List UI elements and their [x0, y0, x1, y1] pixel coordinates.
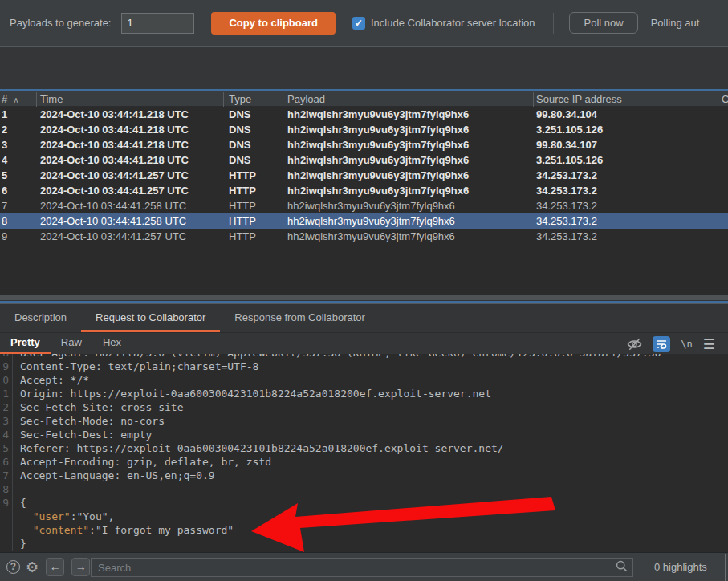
- show-newlines-icon[interactable]: \n: [681, 339, 692, 350]
- table-row[interactable]: 22024-Oct-10 03:44:41.218 UTCDNShh2iwqls…: [0, 122, 728, 137]
- row-source-ip: 34.253.173.2: [536, 168, 597, 183]
- view-tab-hex[interactable]: Hex: [92, 333, 132, 354]
- row-type: DNS: [229, 137, 250, 152]
- line-text: Referer: https://exploit-0aa600300423101…: [13, 441, 504, 455]
- json-key: "content": [33, 524, 89, 536]
- row-type: HTTP: [229, 198, 256, 213]
- line-number: 2: [0, 400, 13, 414]
- horizontal-splitter[interactable]: [0, 295, 728, 305]
- table-row[interactable]: 32024-Oct-10 03:44:41.218 UTCDNShh2iwqls…: [0, 137, 728, 152]
- column-header-payload[interactable]: Payload: [287, 92, 325, 107]
- column-separator[interactable]: [533, 92, 534, 107]
- line-number: 4: [0, 428, 13, 441]
- poll-now-button[interactable]: Poll now: [569, 12, 637, 34]
- column-header-source-ip[interactable]: Source IP address: [536, 92, 622, 107]
- row-time: 2024-Oct-10 03:44:41.257 UTC: [40, 229, 186, 244]
- row-number: 5: [2, 168, 7, 183]
- include-server-location-checkbox[interactable]: ✓: [352, 17, 365, 30]
- settings-gear-icon[interactable]: ⚙: [26, 559, 39, 576]
- column-header-number[interactable]: #∧: [2, 92, 19, 107]
- column-header-time[interactable]: Time: [40, 92, 63, 107]
- line-number: [0, 510, 13, 523]
- row-number: 6: [2, 183, 7, 198]
- search-statusbar: ? ⚙ ← → 0 highlights: [0, 552, 728, 581]
- tab-request-to-collaborator[interactable]: Request to Collaborator: [81, 305, 220, 332]
- table-row[interactable]: 92024-Oct-10 03:44:41.257 UTCHTTPhh2iwql…: [0, 229, 728, 244]
- search-icon[interactable]: [616, 560, 628, 575]
- column-header-comment[interactable]: C: [722, 92, 728, 107]
- row-time: 2024-Oct-10 03:44:41.218 UTC: [40, 152, 189, 168]
- row-payload: hh2iwqlshr3myu9vu6y3jtm7fylq9hx6: [287, 137, 469, 152]
- line-text: Origin: https://exploit-0aa600300423101b…: [13, 387, 491, 400]
- next-match-button[interactable]: →: [71, 558, 90, 576]
- row-type: HTTP: [229, 229, 256, 244]
- row-source-ip: 3.251.105.126: [536, 122, 603, 137]
- help-icon[interactable]: ?: [6, 560, 20, 574]
- column-separator[interactable]: [283, 92, 283, 107]
- line-number: 5: [0, 441, 13, 455]
- row-source-ip: 99.80.34.107: [536, 137, 597, 152]
- table-header: #∧ Time Type Payload Source IP address C: [0, 89, 728, 107]
- row-payload: hh2iwqlshr3myu9vu6y3jtm7fylq9hx6: [287, 183, 469, 198]
- table-row[interactable]: 82024-Oct-10 03:44:41.258 UTCHTTPhh2iwql…: [0, 213, 728, 229]
- line-text: [13, 482, 20, 496]
- column-separator[interactable]: [223, 92, 224, 107]
- editor-menu-icon[interactable]: ☰: [703, 336, 715, 353]
- row-number: 8: [2, 213, 7, 229]
- column-separator[interactable]: [718, 92, 718, 107]
- line-text: "content":"I forgot my password": [13, 523, 234, 537]
- row-payload: hh2iwqlshr3myu9vu6y3jtm7fylq9hx6: [287, 122, 469, 137]
- line-number: 7: [0, 469, 13, 482]
- include-server-location-label: Include Collaborator server location: [371, 17, 535, 29]
- line-number: [0, 523, 13, 537]
- row-time: 2024-Oct-10 03:44:41.257 UTC: [40, 183, 189, 198]
- column-separator[interactable]: [36, 92, 37, 107]
- copy-to-clipboard-button[interactable]: Copy to clipboard: [211, 12, 336, 35]
- line-number: 8: [0, 482, 13, 496]
- editor-line: 4Sec-Fetch-Dest: empty: [0, 428, 728, 441]
- view-tabstrip: PrettyRawHex: [0, 333, 132, 354]
- hide-nonprinting-eye-off-icon[interactable]: [627, 338, 642, 351]
- row-payload: hh2iwqlshr3myu9vu6y3jtm7fylq9hx6: [287, 229, 455, 244]
- editor-line: 9{: [0, 496, 728, 510]
- payloads-count-input[interactable]: [121, 13, 194, 34]
- line-number: 3: [0, 414, 13, 428]
- view-tab-pretty[interactable]: Pretty: [0, 333, 51, 354]
- line-number: 8: [0, 354, 13, 360]
- row-payload: hh2iwqlshr3myu9vu6y3jtm7fylq9hx6: [287, 152, 469, 168]
- editor-line: 6Accept-Encoding: gzip, deflate, br, zst…: [0, 455, 728, 469]
- search-input[interactable]: [92, 562, 616, 574]
- table-row[interactable]: 62024-Oct-10 03:44:41.257 UTCHTTPhh2iwql…: [0, 183, 728, 198]
- table-row[interactable]: 42024-Oct-10 03:44:41.218 UTCDNShh2iwqls…: [0, 152, 728, 168]
- row-time: 2024-Oct-10 03:44:41.218 UTC: [40, 122, 189, 137]
- table-row[interactable]: 52024-Oct-10 03:44:41.257 UTCHTTPhh2iwql…: [0, 168, 728, 183]
- tab-response-from-collaborator[interactable]: Response from Collaborator: [220, 305, 380, 332]
- row-time: 2024-Oct-10 03:44:41.258 UTC: [40, 198, 186, 213]
- editor-line: 2Sec-Fetch-Site: cross-site: [0, 400, 728, 414]
- column-header-type[interactable]: Type: [229, 92, 251, 107]
- soft-wrap-icon[interactable]: [653, 336, 670, 352]
- row-time: 2024-Oct-10 03:44:41.218 UTC: [40, 107, 189, 122]
- editor-line: 8User-Agent: Mozilla/5.0 (Victim) AppleW…: [0, 354, 728, 360]
- line-number: 0: [0, 373, 13, 387]
- row-type: HTTP: [229, 213, 256, 229]
- row-payload: hh2iwqlshr3myu9vu6y3jtm7fylq9hx6: [287, 107, 469, 122]
- burp-collaborator-panel: Payloads to generate: Copy to clipboard …: [0, 0, 728, 581]
- tab-description[interactable]: Description: [0, 305, 81, 332]
- view-tab-raw[interactable]: Raw: [51, 333, 92, 354]
- table-row[interactable]: 72024-Oct-10 03:44:41.258 UTCHTTPhh2iwql…: [0, 198, 728, 213]
- previous-match-button[interactable]: ←: [46, 558, 64, 576]
- line-text: Accept: */*: [13, 373, 89, 387]
- line-text: Sec-Fetch-Dest: empty: [13, 428, 152, 441]
- line-text: Accept-Encoding: gzip, deflate, br, zstd: [13, 455, 271, 469]
- collaborator-toolbar: Payloads to generate: Copy to clipboard …: [0, 0, 728, 47]
- editor-line: "user":"You",: [0, 510, 728, 523]
- row-payload: hh2iwqlshr3myu9vu6y3jtm7fylq9hx6: [287, 198, 455, 213]
- table-row[interactable]: 12024-Oct-10 03:44:41.218 UTCDNShh2iwqls…: [0, 107, 728, 122]
- row-time: 2024-Oct-10 03:44:41.258 UTC: [40, 213, 186, 229]
- request-editor[interactable]: 8User-Agent: Mozilla/5.0 (Victim) AppleW…: [0, 354, 728, 552]
- row-payload: hh2iwqlshr3myu9vu6y3jtm7fylq9hx6: [287, 168, 469, 183]
- interactions-table: #∧ Time Type Payload Source IP address C…: [0, 89, 728, 295]
- row-type: DNS: [229, 107, 250, 122]
- table-body: 12024-Oct-10 03:44:41.218 UTCDNShh2iwqls…: [0, 107, 728, 244]
